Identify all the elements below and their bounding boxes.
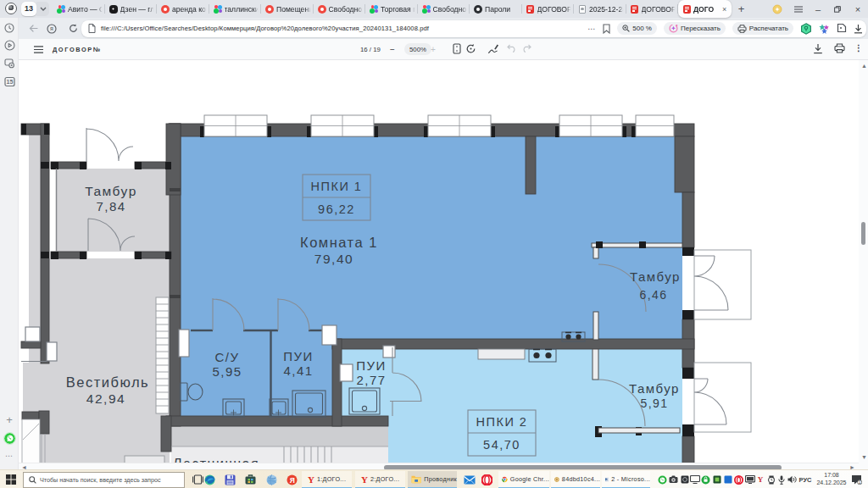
tab-favicon-pdf-icon [526,5,535,14]
pdf-zoom-in-button[interactable]: + [431,45,436,54]
floppy-app-icon[interactable] [224,470,236,488]
tray-language[interactable]: РУС [797,470,814,488]
windows-logo-icon [6,474,16,485]
video-icon[interactable] [0,38,19,52]
window-restore-button[interactable] [829,0,846,18]
room-label: С/У [214,350,239,364]
zoom-chip[interactable]: 500 % [617,22,657,35]
more-actions-icon[interactable]: ⋯ [587,25,596,33]
tray-shield-icon[interactable] [700,470,711,488]
pdf-rotate-button[interactable] [465,43,476,54]
back-button[interactable] [26,18,40,39]
pdf-draw-button[interactable] [487,43,499,54]
pdf-zoom-out-button[interactable]: − [390,45,395,54]
tab-9[interactable]: Пароли [470,0,522,18]
globe-app-icon[interactable] [265,470,278,488]
history-icon[interactable] [0,21,19,35]
vertical-scroll-thumb[interactable] [861,222,865,245]
tray-green-app-icon[interactable] [711,470,722,488]
tab-close-icon[interactable]: × [722,6,729,13]
toolbox-app-icon[interactable] [244,470,257,488]
tray-monitor-icon[interactable] [744,470,756,488]
tab-4[interactable]: таллински [209,0,262,18]
pdf-more-menu[interactable]: ⋮ [854,43,863,53]
undo-icon [507,44,517,53]
pdf-undo-button[interactable] [507,44,517,53]
scroll-down-icon[interactable]: ▼ [861,454,867,460]
dzen-nav-button[interactable]: я [45,18,58,39]
tab-active[interactable]: ДОГО× [678,0,732,18]
tray-opera-icon[interactable] [733,470,744,488]
plus-points-icon[interactable] [770,0,785,18]
tab-5[interactable]: Помещени [261,0,314,18]
pdf-redo-button[interactable] [521,44,531,53]
tab-3[interactable]: аренда ко [157,0,209,18]
tab-12[interactable]: ДОГОВОР [626,0,679,18]
tray-yandex-icon[interactable]: Y [755,470,765,488]
taskbar-search-box[interactable]: Чтобы начать поиск, введите здесь запрос [23,472,185,488]
sidebar-more-button[interactable]: ⋯ [0,450,19,462]
scroll-up-icon[interactable]: ▲ [861,63,867,69]
tab-2[interactable]: Дзен — гла [105,0,158,18]
taskbar-compass[interactable]: 84dbd10c4... [551,471,600,488]
vertical-scrollbar[interactable]: ▲ ▼ [859,60,868,469]
tray-clock[interactable]: 17:08 24.12.2025 [814,470,849,488]
tab-7[interactable]: Торговая п [365,0,418,18]
bookmark-flag-icon[interactable] [603,24,610,34]
tray-camera-icon[interactable] [668,470,679,488]
taskbar-window-1[interactable]: Y 1:ДОГО... [302,471,352,488]
tabs-dropdown-button[interactable] [36,2,49,16]
room-area: 79,40 [314,252,353,266]
tray-blue-app-icon[interactable] [722,470,733,488]
pdf-page-indicator: 16 / 19 [360,46,381,53]
pdf-sidebar-toggle[interactable] [32,44,44,55]
taskbar-chrome[interactable]: Google Chr... [498,471,549,488]
window-minimize-button[interactable]: – [810,0,826,18]
downloads-icon[interactable] [854,24,863,34]
calendar-icon[interactable]: 15 [0,75,19,88]
pdf-print-button[interactable] [834,43,845,53]
tray-mic-icon[interactable] [776,470,787,488]
address-bar: я file:///C:/Users/Office/Searches/Deskt… [0,18,868,39]
retell-button[interactable]: Пересказать [664,22,726,35]
yandex-app-icon[interactable]: Я [286,470,298,488]
print-button[interactable]: Распечатать [732,22,793,35]
tray-display-icon[interactable] [689,470,701,488]
tab-counter[interactable]: 13 [21,2,36,16]
pdf-page-view-button[interactable] [453,43,461,54]
tab-8[interactable]: Свободно [418,0,470,18]
profile-avatar[interactable] [5,3,17,14]
start-button[interactable] [3,470,19,488]
omnibox[interactable]: file:///C:/Users/Office/Searches/Desktop… [81,20,866,37]
taskbar-window-2[interactable]: Y 2:ДОГО... [355,471,405,488]
adguard-extension-icon[interactable] [800,23,812,35]
tab-favicon-red-circle-icon [318,5,326,14]
tag-extension-icon[interactable] [837,23,847,34]
reload-button[interactable] [66,18,80,39]
extension-star-icon[interactable] [819,23,830,34]
tray-whatsapp-icon[interactable] [656,470,668,488]
pdf-download-button[interactable] [813,43,823,54]
new-tab-button[interactable]: + [734,2,748,16]
opera-app-icon[interactable] [480,470,494,488]
tab-10[interactable]: ДОГОВОР [522,0,575,18]
window-close-button[interactable]: × [849,0,866,18]
pdf-viewport[interactable]: Тамбур 7,84 Вестибюль 42,94 Комната 1 79… [19,60,868,469]
edge-app-icon[interactable] [203,470,216,488]
tab-11[interactable]: 2025-12-24 [574,0,626,18]
tab-label: Свободно [433,5,468,14]
room-area: 42,94 [86,391,125,406]
sidebar-add-button[interactable]: + [0,413,19,426]
notification-center-button[interactable]: 1 [849,470,863,488]
taskbar-explorer[interactable]: Проводник [408,471,457,488]
mail-app-icon[interactable] [462,470,476,488]
tab-6[interactable]: Свободно [314,0,366,18]
pdf-zoom-level[interactable]: 500% [404,43,431,55]
whatsapp-icon[interactable] [0,430,19,446]
tab-1[interactable]: Авито — Об [53,0,105,18]
tray-watch-icon[interactable] [765,470,776,488]
taskbar-word[interactable]: W 2 - Microso... [602,471,650,488]
window-title: 84dbd10c4... [562,475,600,483]
screenshot-icon[interactable] [0,57,19,70]
browser-menu-button[interactable] [791,0,806,18]
